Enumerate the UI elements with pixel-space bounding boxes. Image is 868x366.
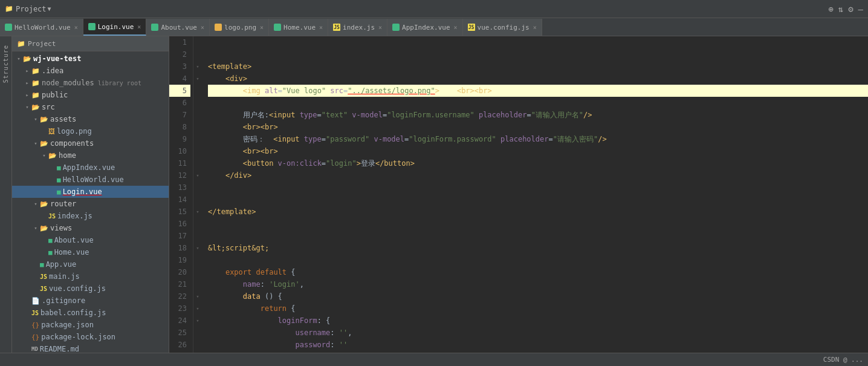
tree-item[interactable]: ■About.vue <box>12 234 169 246</box>
settings-icon[interactable]: ⚙ <box>848 4 853 14</box>
tree-item[interactable]: 📄.gitignore <box>12 295 169 307</box>
tab-close-about[interactable]: × <box>201 24 204 31</box>
tree-item[interactable]: {}package-lock.json <box>12 331 169 343</box>
tree-item[interactable]: JSvue.config.js <box>12 283 169 295</box>
line-number: 13 <box>169 181 190 194</box>
code-view[interactable]: 1234567891011121314151617181920212223242… <box>169 36 868 353</box>
fold-arrow[interactable]: ▾ <box>193 73 202 85</box>
tree-item-label: Login.vue <box>63 188 102 196</box>
tree-item[interactable]: MDREADME.md <box>12 343 169 353</box>
fold-arrow[interactable]: ▾ <box>193 242 202 254</box>
tab-about[interactable]: About.vue× <box>146 19 210 36</box>
tree-item[interactable]: JSindex.js <box>12 210 169 222</box>
tree-item[interactable]: ▾📂assets <box>12 113 169 125</box>
tree-item[interactable]: ▾📂home <box>12 149 169 162</box>
line-number: 1 <box>169 36 190 48</box>
tree-item[interactable]: ▾📂components <box>12 137 169 149</box>
tab-home[interactable]: Home.vue× <box>269 19 328 36</box>
tree-item[interactable]: ▸📁public <box>12 89 169 101</box>
fold-arrow[interactable]: ▾ <box>193 206 202 218</box>
line-number: 3 <box>169 60 190 73</box>
tab-close-appindex[interactable]: × <box>454 24 458 31</box>
fold-arrow[interactable]: ▾ <box>193 169 202 181</box>
tree-item-label: .gitignore <box>42 296 85 305</box>
tree-item-label: assets <box>50 115 76 123</box>
code-line: 密码： <input type="password" v-model="logi… <box>208 133 868 145</box>
fold-arrow <box>193 121 202 133</box>
tab-label-logopng: logo.png <box>224 24 256 31</box>
code-line: <img alt="Vue logo" src="../assets/logo.… <box>208 85 868 97</box>
line-number: 8 <box>169 121 190 133</box>
file-tree[interactable]: ▾📂wj-vue-test▸📁.idea▸📁node_moduleslibrar… <box>12 51 169 353</box>
tab-close-vueconfig[interactable]: × <box>533 24 537 31</box>
tab-close-logopng[interactable]: × <box>260 24 264 31</box>
line-number: 14 <box>169 194 190 206</box>
line-number: 19 <box>169 254 190 266</box>
tree-item[interactable]: ■HelloWorld.vue <box>12 174 169 186</box>
line-number: 23 <box>169 302 190 315</box>
fold-arrow[interactable]: ▾ <box>193 315 202 327</box>
structure-label: Structure <box>2 45 9 83</box>
tree-file-icon: {} <box>31 321 39 329</box>
tree-arrow: ▾ <box>31 116 40 122</box>
add-icon[interactable]: ⊕ <box>828 4 833 14</box>
code-line <box>208 218 868 230</box>
fold-arrow[interactable]: ▾ <box>193 290 202 302</box>
tree-item[interactable]: JSmain.js <box>12 270 169 283</box>
tree-item[interactable]: ▸📁node_moduleslibrary root <box>12 77 169 89</box>
tree-arrow: ▸ <box>23 92 31 98</box>
tab-icon-logopng <box>215 24 222 31</box>
tree-item-label: About.vue <box>54 236 94 244</box>
tree-file-icon: ■ <box>48 237 53 244</box>
tree-item[interactable]: ■App.vue <box>12 258 169 270</box>
tab-helloworld[interactable]: HelloWorld.vue× <box>0 19 83 36</box>
fold-arrow[interactable]: ▾ <box>193 60 202 73</box>
tree-file-icon: 📂 <box>40 140 48 148</box>
top-bar-title: Project <box>16 5 47 13</box>
sync-icon[interactable]: ⇅ <box>838 4 843 14</box>
tab-icon-indexjs: JS <box>333 24 340 31</box>
tab-close-login[interactable]: × <box>137 24 141 30</box>
tree-item[interactable]: ▸📁.idea <box>12 65 169 77</box>
tab-logopng[interactable]: logo.png× <box>210 19 269 36</box>
tab-appindex[interactable]: AppIndex.vue× <box>387 19 463 36</box>
tree-file-icon: 📂 <box>40 200 48 208</box>
dropdown-arrow[interactable]: ▼ <box>48 5 51 12</box>
tab-close-helloworld[interactable]: × <box>74 24 78 31</box>
tree-item[interactable]: ▾📂src <box>12 101 169 113</box>
minimize-icon[interactable]: – <box>858 4 863 14</box>
tree-file-icon: 📂 <box>31 103 40 111</box>
tab-vueconfig[interactable]: JSvue.config.js× <box>463 19 542 36</box>
fold-arrow <box>193 218 202 230</box>
tree-item[interactable]: ▾📂views <box>12 222 169 234</box>
tree-item[interactable]: ▾📂router <box>12 198 169 210</box>
fold-col: ▾▾▾▾▾▾▾▾ <box>193 36 202 353</box>
fold-arrow <box>193 109 202 121</box>
tab-indexjs[interactable]: JSindex.js× <box>328 19 387 36</box>
tree-file-icon: JS <box>40 273 47 280</box>
tree-item[interactable]: JSbabel.config.js <box>12 307 169 319</box>
tab-close-indexjs[interactable]: × <box>378 24 382 31</box>
fold-arrow[interactable]: ▾ <box>193 302 202 315</box>
line-number: 15 <box>169 206 190 218</box>
tree-item[interactable]: 🖼logo.png <box>12 125 169 137</box>
editor-area: 1234567891011121314151617181920212223242… <box>169 36 868 353</box>
fold-arrow <box>193 327 202 339</box>
tree-item[interactable]: ▾📂wj-vue-test <box>12 53 169 65</box>
tree-file-icon: JS <box>48 213 56 220</box>
code-line: <br><br> <box>208 121 868 133</box>
tree-arrow: ▾ <box>23 104 31 110</box>
tree-file-icon: 📂 <box>40 224 48 232</box>
tree-item[interactable]: {}package.json <box>12 319 169 331</box>
tree-item[interactable]: ■Login.vue <box>12 186 169 198</box>
tree-item[interactable]: ■AppIndex.vue <box>12 162 169 174</box>
fold-arrow <box>193 48 202 60</box>
tree-arrow: ▾ <box>40 152 48 158</box>
tab-login[interactable]: Login.vue× <box>83 19 147 36</box>
tree-item-label: wj-vue-test <box>33 54 81 63</box>
tab-icon-home <box>274 24 281 31</box>
tree-item[interactable]: ■Home.vue <box>12 246 169 258</box>
tree-item-label: main.js <box>49 272 80 281</box>
tree-file-icon: MD <box>31 346 38 352</box>
tab-close-home[interactable]: × <box>319 24 323 31</box>
